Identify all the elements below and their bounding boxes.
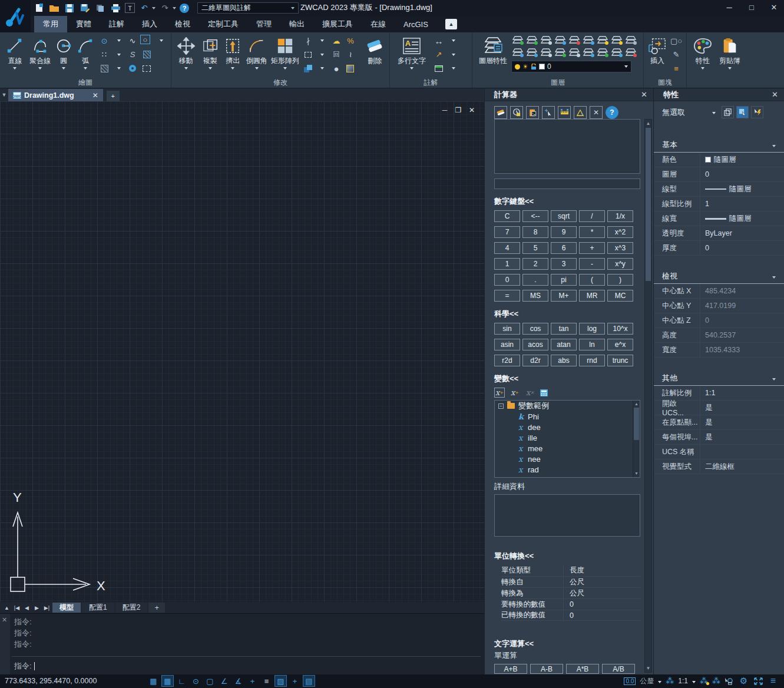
scale-icon[interactable]: [302, 49, 315, 61]
calc-key[interactable]: cos: [522, 323, 548, 335]
maximize-icon[interactable]: □: [745, 1, 758, 13]
trim-dropdown-icon[interactable]: [316, 35, 329, 47]
variables-folder-row[interactable]: − 變數範例: [495, 401, 640, 411]
prop-row-ucs-on[interactable]: 開啟 UCS... 是: [654, 401, 784, 415]
ribbon-collapse-icon[interactable]: ▲: [445, 19, 457, 29]
calc-key[interactable]: r2d: [494, 355, 520, 366]
revcloud-icon[interactable]: ☁: [330, 35, 343, 47]
calculator-mode-icon[interactable]: [540, 389, 548, 396]
unit-row[interactable]: 要轉換的數值0: [501, 598, 640, 610]
prop-row-center-x[interactable]: 中心點 X 485.4234: [654, 284, 784, 299]
layer-match-icon[interactable]: [511, 47, 524, 58]
prev-layout-icon[interactable]: ◀: [22, 605, 31, 611]
dimension-dropdown-icon[interactable]: [446, 35, 459, 47]
add-layout-button[interactable]: +: [148, 603, 165, 613]
calc-paste-icon[interactable]: [526, 106, 539, 119]
prop-row-center-z[interactable]: 中心點 Z 0: [654, 313, 784, 328]
calc-key[interactable]: -: [579, 258, 605, 270]
precision-icon[interactable]: 0.0: [624, 677, 636, 685]
layer-merge-icon[interactable]: [568, 47, 581, 58]
tab-annotate[interactable]: 註解: [100, 16, 133, 32]
calc-key[interactable]: 6: [551, 242, 577, 254]
calc-key[interactable]: 9: [551, 226, 577, 238]
leader-icon[interactable]: ↗: [432, 49, 445, 61]
layer-copy-icon[interactable]: [540, 47, 553, 58]
calc-delete-icon[interactable]: ✕: [590, 106, 603, 119]
erase-button[interactable]: 刪除: [363, 34, 387, 77]
settings-gear-icon[interactable]: ⚙: [737, 675, 750, 687]
calc-key[interactable]: MS: [522, 290, 548, 302]
calc-key[interactable]: M+: [551, 290, 577, 302]
table-display-icon[interactable]: ▤: [303, 675, 315, 687]
unit-row[interactable]: 單位類型長度: [501, 565, 640, 576]
layer-current-icon[interactable]: [554, 47, 567, 58]
calc-help-icon[interactable]: ?: [606, 106, 618, 119]
drawing-canvas[interactable]: ─ ❐ ✕ Y X: [0, 101, 484, 602]
layer-freeze-icon[interactable]: [554, 35, 567, 45]
annotation-visibility-icon[interactable]: ⁂: [700, 676, 708, 686]
spline-wave-icon[interactable]: ∿: [126, 35, 139, 47]
calc-key[interactable]: <--: [522, 210, 548, 222]
layer-walk-icon[interactable]: [624, 35, 637, 45]
redo-icon[interactable]: ↷: [159, 2, 171, 14]
calc-key[interactable]: .: [522, 274, 548, 286]
fullscreen-icon[interactable]: [754, 677, 763, 685]
new-variable-icon[interactable]: x+: [494, 388, 505, 398]
prop-row-lineweight[interactable]: 線寬 隨圖層: [654, 211, 784, 226]
tab-arcgis[interactable]: ArcGIS: [395, 16, 437, 32]
new-file-icon[interactable]: [33, 2, 45, 14]
text-style-icon[interactable]: T: [125, 3, 135, 13]
calc-key[interactable]: 0: [494, 274, 520, 286]
unit-row[interactable]: 轉換為公尺: [501, 587, 640, 598]
calc-key[interactable]: sqrt: [551, 210, 577, 222]
copy-nested-icon[interactable]: [302, 62, 315, 74]
calc-key[interactable]: d2r: [522, 355, 548, 366]
stretch-button[interactable]: 擠出: [222, 34, 243, 77]
copy-button[interactable]: 複製: [198, 34, 222, 77]
undo-icon[interactable]: ↶: [138, 2, 150, 14]
calc-measure-angle-icon[interactable]: [574, 106, 587, 119]
tab-solid[interactable]: 實體: [67, 16, 100, 32]
calc-key[interactable]: pi: [551, 274, 577, 286]
help-icon[interactable]: ?: [180, 4, 189, 13]
calc-key[interactable]: A-B: [530, 664, 563, 674]
last-layout-icon[interactable]: ▶|: [42, 605, 51, 611]
scale-dropdown-icon[interactable]: [316, 49, 329, 61]
calc-key[interactable]: atan: [551, 339, 577, 350]
rect-array-button[interactable]: 矩形陣列: [270, 34, 300, 77]
prop-row-visual-style[interactable]: 視覺型式 二維線框: [654, 459, 784, 474]
layer-on-icon[interactable]: [596, 35, 609, 45]
print-icon[interactable]: [110, 2, 121, 14]
tab-home[interactable]: 常用: [34, 16, 67, 32]
region-icon[interactable]: [140, 49, 153, 61]
calc-key[interactable]: A+B: [494, 664, 527, 674]
save-icon[interactable]: [64, 2, 75, 14]
calc-key[interactable]: sin: [494, 323, 520, 335]
undo-dropdown-icon[interactable]: [152, 7, 156, 9]
polar-tracking-icon[interactable]: ⊙: [190, 675, 202, 687]
annotation-scale-icon[interactable]: ⁂: [666, 676, 674, 686]
layer-delete-icon[interactable]: [624, 47, 637, 58]
mtext-button[interactable]: A 多行文字: [392, 34, 431, 77]
calc-key[interactable]: asin: [494, 339, 520, 350]
insert-block-button[interactable]: 插入: [646, 34, 669, 77]
next-layout-icon[interactable]: ▶: [32, 605, 41, 611]
zwcad-logo-icon[interactable]: [0, 0, 31, 32]
snap-tracking-icon[interactable]: ∡: [232, 675, 244, 687]
offset-icon[interactable]: 回: [330, 49, 343, 61]
calc-key[interactable]: =: [494, 290, 520, 302]
calc-key[interactable]: /: [579, 210, 605, 222]
calc-input-field[interactable]: [494, 178, 640, 189]
calc-key[interactable]: MR: [579, 290, 605, 302]
gradient-icon[interactable]: [344, 62, 357, 74]
calc-history-icon[interactable]: [510, 106, 523, 119]
command-close-icon[interactable]: ✕: [2, 616, 7, 624]
prop-row-ucs-viewport[interactable]: 每個視埠... 是: [654, 430, 784, 445]
trim-icon[interactable]: ∤: [302, 35, 315, 47]
save-as-icon[interactable]: [79, 2, 91, 14]
properties-close-icon[interactable]: ✕: [772, 90, 778, 99]
prop-row-thickness[interactable]: 厚度 0: [654, 241, 784, 256]
properties-palette-button[interactable]: 特性: [689, 34, 716, 77]
copy-nested-dropdown-icon[interactable]: [316, 62, 329, 74]
variable-item[interactable]: kPhi: [495, 411, 640, 422]
